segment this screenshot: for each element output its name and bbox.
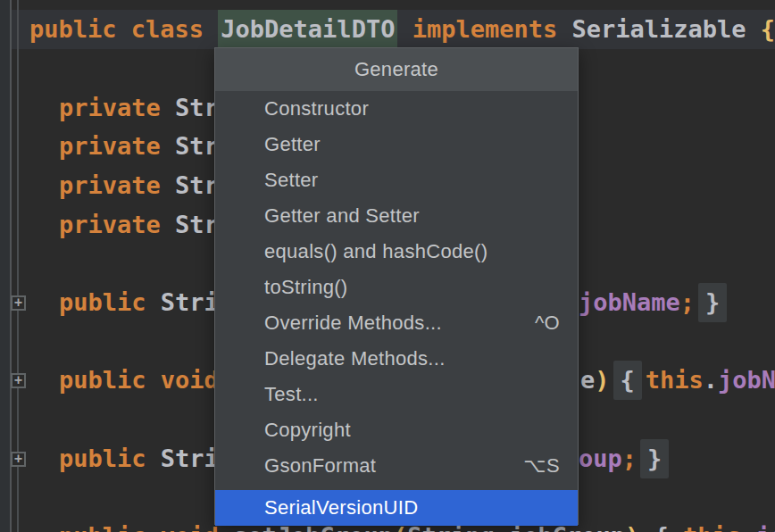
menu-item-gsonformat[interactable]: GsonFormat⌥S xyxy=(215,448,578,484)
menu-item-test[interactable]: Test... xyxy=(215,377,578,412)
menu-item-label: SerialVersionUID xyxy=(264,496,418,520)
menu-item-label: Getter and Setter xyxy=(264,204,420,228)
code-token xyxy=(397,15,412,43)
menu-item-label: Constructor xyxy=(264,97,369,121)
ide-editor: public class JobDetailDTO implements Ser… xyxy=(0,0,775,532)
code-token: implements xyxy=(412,15,558,43)
code-token: oup xyxy=(579,445,622,472)
code-token: Stri xyxy=(146,445,219,472)
menu-item-setter[interactable]: Setter xyxy=(215,162,578,198)
fold-expand-icon[interactable]: + xyxy=(11,452,26,467)
menu-item-delegate-methods[interactable]: Delegate Methods... xyxy=(215,341,578,377)
menu-item-getter[interactable]: Getter xyxy=(215,127,578,162)
code-token: private xyxy=(59,211,161,238)
highlighted-identifier: JobDetailDTO xyxy=(218,10,397,48)
fold-expand-icon[interactable]: + xyxy=(11,295,26,311)
code-token: ; xyxy=(680,288,695,316)
code-token: public xyxy=(59,288,146,316)
code-token: .jobGroup xyxy=(741,522,775,532)
code-token: . xyxy=(704,366,718,394)
code-token: private xyxy=(59,94,161,121)
code-token: e xyxy=(580,366,595,394)
code-token: this xyxy=(683,522,741,532)
menu-item-label: Setter xyxy=(264,169,319,192)
popup-title: Generate xyxy=(215,48,578,91)
code-line[interactable]: jobName;} xyxy=(579,283,730,322)
menu-item-getter-and-setter[interactable]: Getter and Setter xyxy=(215,198,578,234)
code-line[interactable]: private Str xyxy=(59,166,219,205)
code-token: { xyxy=(761,15,775,43)
code-token: Str xyxy=(161,211,219,238)
code-line[interactable]: public void xyxy=(59,361,219,400)
shortcut-label: ⌥S xyxy=(523,454,560,478)
menu-item-label: toString() xyxy=(264,276,347,299)
menu-item-constructor[interactable]: Constructor xyxy=(215,91,578,127)
code-token: public class xyxy=(29,15,218,43)
menu-item-equals-and-hashcode[interactable]: equals() and hashCode() xyxy=(215,234,578,270)
code-line[interactable]: public Stri xyxy=(59,439,219,478)
code-token: Serializable xyxy=(557,15,761,43)
menu-item-label: equals() and hashCode() xyxy=(264,240,488,263)
menu-item-label: Getter xyxy=(264,133,321,156)
menu-item-override-methods[interactable]: Override Methods...^O xyxy=(215,305,578,341)
code-token: Str xyxy=(161,171,219,199)
code-token: jobNa xyxy=(718,366,775,394)
code-token: ) xyxy=(595,366,609,394)
code-line[interactable]: private Str xyxy=(59,205,219,245)
menu-spacer xyxy=(215,484,578,490)
code-token: Stri xyxy=(146,288,219,316)
code-token: private xyxy=(59,132,161,160)
code-token: Str xyxy=(161,132,219,160)
code-token: { xyxy=(613,361,642,400)
code-token: Str xyxy=(161,94,219,121)
generate-popup: Generate ConstructorGetterSetterGetter a… xyxy=(214,47,579,525)
code-token: public void xyxy=(59,522,233,532)
menu-item-copyright[interactable]: Copyright xyxy=(215,412,578,448)
code-line[interactable]: e){this.jobNa xyxy=(580,361,775,400)
code-token: { xyxy=(639,522,683,532)
code-token: ) xyxy=(625,522,639,532)
generate-menu-list: ConstructorGetterSetterGetter and Setter… xyxy=(215,91,578,526)
code-token: ; xyxy=(622,445,637,472)
code-token: } xyxy=(640,439,669,478)
menu-item-label: Override Methods... xyxy=(264,312,442,335)
menu-item-serialversionuid[interactable]: SerialVersionUID xyxy=(215,490,578,526)
code-line[interactable]: public class JobDetailDTO implements Ser… xyxy=(29,10,775,49)
menu-item-label: GsonFormat xyxy=(264,454,376,478)
shortcut-label: ^O xyxy=(535,312,560,335)
code-token: public void xyxy=(59,366,219,394)
code-token: } xyxy=(698,283,727,322)
code-line[interactable]: public Stri xyxy=(59,283,219,322)
code-line[interactable]: oup;} xyxy=(579,439,672,478)
menu-item-label: Test... xyxy=(264,383,319,406)
code-line[interactable]: private Str xyxy=(59,88,219,128)
menu-item-tostring[interactable]: toString() xyxy=(215,270,578,305)
fold-expand-icon[interactable]: + xyxy=(11,373,26,388)
code-token: this xyxy=(646,366,704,394)
menu-item-label: Copyright xyxy=(264,419,351,442)
code-token: private xyxy=(59,171,161,199)
code-token: jobName xyxy=(579,288,680,316)
menu-item-label: Delegate Methods... xyxy=(264,347,446,370)
code-token: public xyxy=(59,445,146,472)
code-line[interactable]: private Str xyxy=(59,127,219,166)
